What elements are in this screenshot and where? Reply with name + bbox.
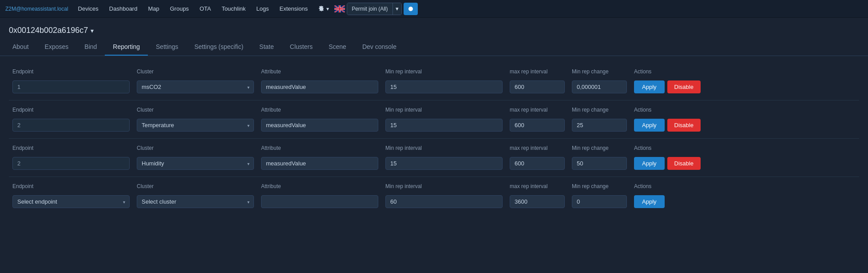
min-change-cell-3 <box>568 156 630 171</box>
attribute-input-2[interactable] <box>261 119 378 132</box>
device-title: 0x00124b002a6196c7 <box>9 26 88 35</box>
min-rep-input-2[interactable] <box>385 119 503 132</box>
col-header-cluster-3: Cluster <box>133 143 258 152</box>
min-rep-cell-4 <box>382 194 506 209</box>
tab-exposes[interactable]: Exposes <box>37 39 77 56</box>
tab-settings-specific[interactable]: Settings (specific) <box>186 39 251 56</box>
cluster-select-wrapper-4: Select cluster ▾ <box>137 195 254 208</box>
col-header-min-rep-2: Min rep interval <box>382 105 506 114</box>
disable-button-1[interactable]: Disable <box>667 80 701 93</box>
min-rep-input-3[interactable] <box>385 157 503 170</box>
attribute-input-4[interactable] <box>261 195 378 208</box>
cluster-select-1[interactable]: msCO2 <box>137 80 254 93</box>
reporting-row-group-2: Endpoint Cluster Attribute Min rep inter… <box>9 103 859 135</box>
col-header-endpoint-4: Endpoint <box>9 181 133 190</box>
col-header-min-rep-4: Min rep interval <box>382 181 506 190</box>
disable-button-3[interactable]: Disable <box>667 157 701 170</box>
device-header: 0x00124b002a6196c7 ▾ <box>0 18 868 39</box>
max-rep-input-1[interactable] <box>510 80 565 93</box>
col-header-endpoint-3: Endpoint <box>9 143 133 152</box>
apply-button-3[interactable]: Apply <box>634 157 665 170</box>
endpoint-input-2 <box>12 119 130 132</box>
nav-groups[interactable]: Groups <box>166 3 194 15</box>
permit-join-control[interactable]: Permit join (All) ▾ <box>347 3 401 15</box>
apply-button-2[interactable]: Apply <box>634 119 665 132</box>
nav-devices[interactable]: Devices <box>74 3 103 15</box>
reporting-row-group-3: Endpoint Cluster Attribute Min rep inter… <box>9 141 859 173</box>
max-rep-input-4[interactable] <box>510 195 565 208</box>
min-change-input-2[interactable] <box>572 119 627 132</box>
endpoint-input-1 <box>12 80 130 93</box>
flag-uk-icon[interactable] <box>334 5 345 12</box>
attribute-cell-1 <box>258 79 382 95</box>
endpoint-cell-1 <box>9 79 133 95</box>
min-rep-input-4[interactable] <box>385 195 503 208</box>
cluster-select-2[interactable]: Temperature <box>137 119 254 132</box>
tab-scene[interactable]: Scene <box>321 39 354 56</box>
col-header-max-rep: max rep interval <box>506 67 568 76</box>
tab-reporting[interactable]: Reporting <box>105 39 148 56</box>
cluster-cell-2: Temperature ▾ <box>133 117 258 133</box>
min-change-cell-4 <box>568 194 630 209</box>
nav-brand[interactable]: Z2M@homeassistant.local <box>5 6 68 12</box>
min-change-input-4[interactable] <box>572 195 627 208</box>
disable-button-2[interactable]: Disable <box>667 119 701 132</box>
tab-dev-console[interactable]: Dev console <box>354 39 404 56</box>
min-change-input-1[interactable] <box>572 80 627 93</box>
min-rep-input-1[interactable] <box>385 80 503 93</box>
cluster-select-4[interactable]: Select cluster <box>137 195 254 208</box>
nav-logs[interactable]: Logs <box>252 3 273 15</box>
cluster-cell-3: Humidity ▾ <box>133 156 258 171</box>
col-header-min-change: Min rep change <box>568 67 630 76</box>
col-header-endpoint: Endpoint <box>9 67 133 76</box>
row-divider-1 <box>9 100 859 100</box>
reporting-row-group-4: Endpoint Cluster Attribute Min rep inter… <box>9 180 859 211</box>
nav-map[interactable]: Map <box>143 3 163 15</box>
nav-extensions[interactable]: Extensions <box>275 3 313 15</box>
apply-button-1[interactable]: Apply <box>634 80 665 93</box>
apply-button-4[interactable]: Apply <box>634 195 665 208</box>
nav-ota[interactable]: OTA <box>195 3 215 15</box>
attribute-cell-2 <box>258 117 382 133</box>
reporting-header-row-1: Endpoint Cluster Attribute Min rep inter… <box>9 65 859 77</box>
cluster-cell-1: msCO2 ▾ <box>133 79 258 95</box>
row-divider-3 <box>9 177 859 177</box>
endpoint-select-wrapper-4: Select endpoint ▾ <box>12 195 130 208</box>
reporting-data-row-1: msCO2 ▾ Apply Disable <box>9 77 859 96</box>
tab-settings[interactable]: Settings <box>148 39 186 56</box>
device-dropdown-icon[interactable]: ▾ <box>91 27 94 34</box>
max-rep-input-2[interactable] <box>510 119 565 132</box>
tab-clusters[interactable]: Clusters <box>282 39 321 56</box>
tab-bind[interactable]: Bind <box>76 39 105 56</box>
endpoint-cell-3 <box>9 156 133 171</box>
reporting-header-row-4: Endpoint Cluster Attribute Min rep inter… <box>9 180 859 192</box>
max-rep-cell-2 <box>506 117 568 133</box>
row-divider-2 <box>9 138 859 139</box>
attribute-input-1[interactable] <box>261 80 378 93</box>
col-header-min-change-4: Min rep change <box>568 181 630 190</box>
min-rep-cell-3 <box>382 156 506 171</box>
attribute-cell-3 <box>258 156 382 171</box>
actions-cell-3: Apply Disable <box>630 156 724 171</box>
cluster-select-3[interactable]: Humidity <box>137 157 254 170</box>
col-header-min-change-2: Min rep change <box>568 105 630 114</box>
col-header-max-rep-3: max rep interval <box>506 143 568 152</box>
tab-about[interactable]: About <box>4 39 37 56</box>
reporting-data-row-4: Select endpoint ▾ Select cluster ▾ <box>9 192 859 211</box>
max-rep-input-3[interactable] <box>510 157 565 170</box>
reporting-header-row-3: Endpoint Cluster Attribute Min rep inter… <box>9 141 859 154</box>
attribute-input-3[interactable] <box>261 157 378 170</box>
min-change-cell-1 <box>568 79 630 95</box>
tab-state[interactable]: State <box>251 39 282 56</box>
nav-gear-button[interactable]: ▾ <box>314 4 333 14</box>
endpoint-select-4[interactable]: Select endpoint <box>12 195 130 208</box>
nav-dashboard[interactable]: Dashboard <box>105 3 142 15</box>
col-header-actions-2: Actions <box>630 105 724 114</box>
nav-touchlink[interactable]: Touchlink <box>217 3 250 15</box>
reporting-content: Endpoint Cluster Attribute Min rep inter… <box>0 56 868 224</box>
top-nav: Z2M@homeassistant.local Devices Dashboar… <box>0 0 868 18</box>
col-header-min-change-3: Min rep change <box>568 143 630 152</box>
tabs-bar: About Exposes Bind Reporting Settings Se… <box>0 39 868 56</box>
min-change-input-3[interactable] <box>572 157 627 170</box>
permit-join-dropdown-arrow[interactable]: ▾ <box>392 3 401 15</box>
